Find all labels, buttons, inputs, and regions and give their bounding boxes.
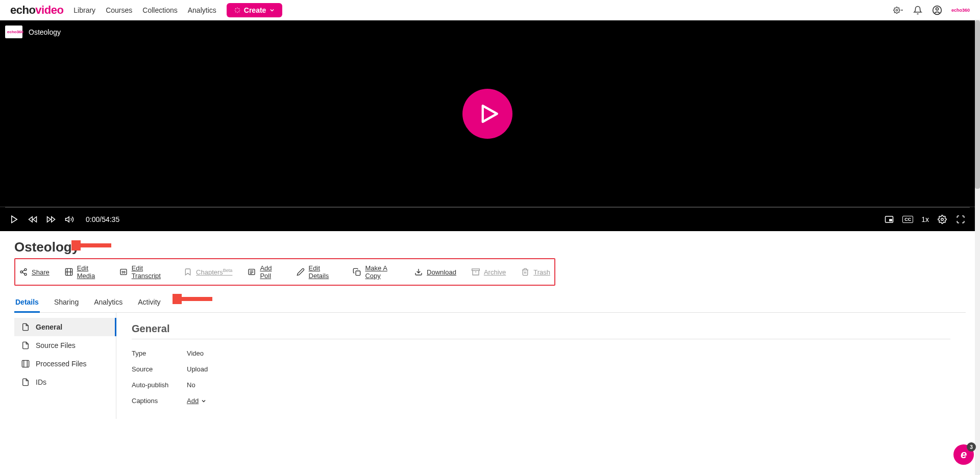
svg-marker-1: [901, 9, 903, 11]
nav-courses[interactable]: Courses: [106, 6, 132, 14]
svg-point-3: [936, 8, 938, 10]
action-edit-media-label: Edit Media: [77, 264, 104, 280]
svg-line-20: [22, 270, 25, 271]
action-share[interactable]: Share: [19, 268, 50, 276]
actions-bar: Share Edit Media 99 Edit Transcript Chap…: [14, 258, 555, 286]
ctrl-pip-icon[interactable]: [884, 214, 894, 224]
action-edit-transcript[interactable]: 99 Edit Transcript: [119, 264, 168, 280]
action-archive[interactable]: Archive: [472, 268, 506, 276]
small-logo: echo360: [951, 8, 970, 13]
chevron-down-icon-2: [201, 398, 207, 404]
side-ids[interactable]: IDs: [14, 373, 116, 391]
sparkle-icon: [234, 7, 241, 14]
download-icon: [414, 268, 423, 276]
user-icon[interactable]: [932, 5, 942, 15]
svg-marker-4: [483, 106, 497, 122]
nav-analytics[interactable]: Analytics: [188, 6, 216, 14]
tab-analytics[interactable]: Analytics: [93, 294, 124, 312]
action-trash[interactable]: Trash: [521, 268, 550, 276]
ctrl-play-icon[interactable]: [9, 214, 19, 224]
logo-video: video: [35, 4, 63, 16]
scrollbar[interactable]: [975, 20, 980, 419]
doc-icon: [21, 323, 30, 331]
ctrl-fullscreen-icon[interactable]: [955, 214, 966, 224]
action-add-poll-label: Add Poll: [260, 264, 281, 280]
annotation-arrow-title: [71, 240, 112, 251]
create-button[interactable]: Create: [227, 3, 283, 17]
progress-bar[interactable]: [5, 207, 970, 208]
action-edit-transcript-label: Edit Transcript: [132, 264, 168, 280]
svg-point-0: [896, 9, 897, 11]
action-make-copy[interactable]: Make A Copy: [353, 264, 399, 280]
annotation-arrow-tabs: [173, 294, 213, 304]
svg-marker-10: [66, 216, 69, 222]
pencil-icon: [297, 268, 305, 276]
svg-marker-8: [52, 216, 55, 222]
action-archive-label: Archive: [484, 268, 506, 276]
create-label: Create: [244, 6, 266, 14]
svg-point-16: [24, 268, 27, 270]
action-chapters[interactable]: ChaptersBeta: [184, 268, 232, 276]
tab-details[interactable]: Details: [14, 294, 40, 313]
tab-sharing[interactable]: Sharing: [53, 294, 80, 312]
action-edit-details[interactable]: Edit Details: [297, 264, 338, 280]
details-sidebar: General Source Files Processed Files IDs: [14, 313, 116, 419]
section-title: General: [132, 323, 950, 339]
svg-rect-38: [22, 360, 29, 367]
settings-icon[interactable]: [893, 5, 903, 15]
video-player: echo360 Osteology 0:00/54:35 CC 1x: [0, 20, 975, 231]
action-download-label: Download: [427, 268, 456, 276]
ctrl-settings-icon[interactable]: [937, 214, 947, 224]
svg-rect-32: [472, 269, 480, 270]
id-icon: [21, 378, 30, 386]
svg-marker-6: [29, 216, 33, 222]
bell-icon[interactable]: [913, 5, 923, 15]
action-chapters-label: ChaptersBeta: [196, 268, 232, 276]
source-value: Upload: [187, 365, 208, 373]
trash-icon: [521, 268, 529, 276]
svg-rect-12: [889, 219, 892, 221]
type-label: Type: [132, 349, 187, 357]
time-display: 0:00/54:35: [86, 215, 119, 223]
ctrl-speed[interactable]: 1x: [921, 215, 929, 223]
logo[interactable]: echovideo: [10, 4, 63, 17]
ctrl-volume-icon[interactable]: [64, 214, 75, 224]
action-download[interactable]: Download: [414, 268, 456, 276]
autopub-label: Auto-publish: [132, 381, 187, 389]
svg-point-17: [20, 271, 22, 273]
action-add-poll[interactable]: Add Poll: [248, 264, 281, 280]
captions-label: Captions: [132, 397, 187, 405]
side-processed-label: Processed Files: [36, 360, 87, 368]
autopub-value: No: [187, 381, 195, 389]
ctrl-cc-button[interactable]: CC: [902, 216, 913, 223]
side-source-files[interactable]: Source Files: [14, 336, 116, 355]
chevron-down-icon: [269, 7, 275, 13]
play-button[interactable]: [462, 89, 512, 139]
action-make-copy-label: Make A Copy: [365, 264, 399, 280]
video-title-overlay: Osteology: [29, 28, 61, 36]
transcript-icon: 99: [119, 268, 128, 276]
action-edit-media[interactable]: Edit Media: [65, 264, 104, 280]
video-badge: echo360: [5, 26, 22, 38]
svg-rect-31: [356, 271, 360, 276]
type-value: Video: [187, 349, 204, 357]
scrollbar-thumb[interactable]: [975, 20, 980, 189]
tab-activity[interactable]: Activity: [137, 294, 161, 312]
action-edit-details-label: Edit Details: [309, 264, 338, 280]
action-share-label: Share: [32, 268, 50, 276]
svg-text:99: 99: [121, 270, 126, 274]
side-general[interactable]: General: [14, 318, 116, 336]
svg-marker-5: [12, 216, 17, 223]
page-title: Osteology: [14, 239, 966, 255]
nav-collections[interactable]: Collections: [142, 6, 177, 14]
source-label: Source: [132, 365, 187, 373]
ctrl-forward-icon[interactable]: [46, 214, 56, 224]
side-ids-label: IDs: [36, 378, 46, 386]
ctrl-rewind-icon[interactable]: [28, 214, 38, 224]
bookmark-icon: [184, 268, 192, 276]
side-processed-files[interactable]: Processed Files: [14, 355, 116, 373]
poll-icon: [248, 268, 256, 276]
captions-add-link[interactable]: Add: [187, 397, 207, 405]
film-icon-2: [21, 360, 30, 368]
nav-library[interactable]: Library: [74, 6, 95, 14]
